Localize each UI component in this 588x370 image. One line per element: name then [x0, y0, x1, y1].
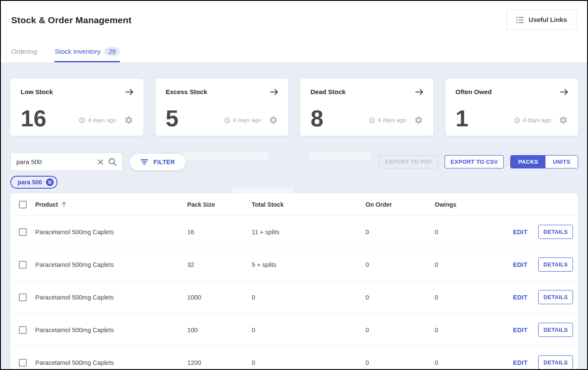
arrow-forward-icon[interactable] [125, 87, 134, 97]
column-header-total-stock: Total Stock [252, 201, 366, 208]
cell-product: Paracetamol 500mg Caplets [35, 294, 187, 301]
useful-links-button[interactable]: Useful Links [506, 9, 576, 30]
active-filters: para 500 [10, 176, 578, 189]
table-toolbar: FILTER EXPORT TO PDF EXPORT TO CSV PACKS… [10, 153, 578, 171]
tab-stock-inventory[interactable]: Stock Inventory 29 [55, 47, 119, 62]
filter-chip-label: para 500 [18, 179, 42, 186]
card-title: Low Stock [21, 88, 133, 95]
clock-icon [514, 117, 520, 123]
app-window: Stock & Order Management Useful Links Or… [0, 0, 588, 370]
gear-icon[interactable] [269, 116, 278, 125]
gear-icon[interactable] [124, 116, 133, 125]
card-title: Often Owed [456, 88, 568, 95]
cell-product: Paracetamol 500mg Caplets [35, 229, 187, 235]
export-csv-button[interactable]: EXPORT TO CSV [445, 155, 504, 168]
table-row: Paracetamol 500mg Caplets 100 0 0 0 EDIT… [10, 314, 578, 346]
clock-icon [369, 117, 375, 123]
card-often-owed: Often Owed 1 4 days ago [445, 79, 579, 136]
main-content: Low Stock 16 4 days ago [1, 62, 587, 370]
edit-button[interactable]: EDIT [513, 294, 527, 301]
gear-icon[interactable] [559, 116, 568, 125]
cell-pack-size: 1000 [187, 294, 252, 301]
page-header: Stock & Order Management Useful Links Or… [1, 1, 587, 62]
card-updated-text: 4 days ago [523, 117, 551, 123]
details-button[interactable]: DETAILS [538, 225, 573, 239]
tab-stock-inventory-label: Stock Inventory [55, 48, 101, 55]
search-input[interactable] [16, 158, 93, 165]
stock-table: Product Pack Size Total Stock On Order O… [10, 193, 578, 370]
edit-button[interactable]: EDIT [513, 261, 527, 268]
table-header-row: Product Pack Size Total Stock On Order O… [10, 193, 578, 216]
row-checkbox[interactable] [19, 359, 27, 367]
cell-owings: 0 [435, 327, 511, 333]
card-excess-stock: Excess Stock 5 4 days ago [155, 79, 289, 136]
arrow-forward-icon[interactable] [414, 87, 424, 97]
row-checkbox[interactable] [19, 326, 27, 334]
card-low-stock: Low Stock 16 4 days ago [10, 79, 143, 136]
card-updated-text: 4 days ago [233, 117, 261, 123]
filter-chip: para 500 [10, 176, 58, 189]
table-row: Paracetamol 500mg Caplets 1200 0 0 0 EDI… [10, 346, 578, 370]
gear-icon[interactable] [414, 116, 423, 125]
tab-bar: Ordering Stock Inventory 29 [11, 47, 120, 62]
details-button[interactable]: DETAILS [538, 355, 573, 370]
cell-total-stock: 11 + splits [252, 229, 366, 235]
cell-owings: 0 [435, 294, 511, 301]
sort-ascending-icon [61, 201, 67, 208]
cell-product: Paracetamol 500mg Caplets [35, 261, 187, 268]
edit-button[interactable]: EDIT [513, 327, 527, 333]
select-all-checkbox[interactable] [19, 201, 27, 208]
cell-total-stock: 0 [252, 294, 366, 301]
clock-icon [79, 117, 85, 123]
details-button[interactable]: DETAILS [538, 257, 573, 272]
column-header-product[interactable]: Product [35, 201, 187, 208]
details-button[interactable]: DETAILS [538, 290, 573, 304]
card-value: 1 [456, 107, 469, 130]
cell-pack-size: 100 [187, 327, 252, 333]
filter-button[interactable]: FILTER [130, 154, 186, 170]
clear-search-icon[interactable] [97, 159, 104, 165]
filter-icon [140, 159, 148, 165]
edit-button[interactable]: EDIT [513, 229, 527, 235]
packs-toggle-button[interactable]: PACKS [511, 156, 545, 168]
clock-icon [224, 117, 230, 123]
tab-ordering-label: Ordering [11, 48, 37, 55]
stock-inventory-count-badge: 29 [104, 47, 120, 56]
cell-total-stock: 5 + splits [252, 261, 366, 268]
column-header-owings: Owings [435, 201, 511, 208]
search-icon[interactable] [108, 158, 116, 166]
row-checkbox[interactable] [19, 228, 27, 236]
cell-owings: 0 [435, 229, 511, 235]
cell-pack-size: 1200 [187, 359, 252, 366]
cell-pack-size: 32 [187, 261, 252, 268]
card-value: 5 [166, 107, 179, 130]
cell-total-stock: 0 [252, 327, 366, 333]
cell-product: Paracetamol 500mg Caplets [35, 327, 187, 333]
tab-ordering[interactable]: Ordering [11, 47, 37, 62]
arrow-forward-icon[interactable] [559, 87, 569, 97]
cell-on-order: 0 [366, 294, 435, 301]
cell-total-stock: 0 [252, 359, 366, 366]
row-checkbox[interactable] [19, 261, 27, 269]
filter-button-label: FILTER [153, 159, 175, 165]
useful-links-label: Useful Links [529, 16, 567, 23]
arrow-forward-icon[interactable] [269, 87, 279, 97]
card-dead-stock: Dead Stock 8 4 days ago [300, 79, 433, 136]
remove-filter-icon[interactable] [46, 178, 54, 186]
details-button[interactable]: DETAILS [538, 323, 573, 337]
packs-units-toggle: PACKS UNITS [510, 155, 578, 168]
table-row: Paracetamol 500mg Caplets 32 5 + splits … [10, 248, 578, 281]
search-box [10, 153, 122, 171]
cell-on-order: 0 [366, 229, 435, 235]
units-toggle-button[interactable]: UNITS [545, 156, 578, 168]
card-updated-text: 4 days ago [378, 117, 406, 123]
column-header-label: Product [35, 201, 58, 208]
card-value: 16 [21, 107, 46, 130]
cell-on-order: 0 [366, 261, 435, 268]
edit-button[interactable]: EDIT [513, 359, 527, 366]
export-pdf-button[interactable]: EXPORT TO PDF [379, 155, 438, 168]
cell-product: Paracetamol 500mg Caplets [35, 359, 187, 366]
card-title: Excess Stock [166, 88, 278, 95]
table-row: Paracetamol 500mg Caplets 1000 0 0 0 EDI… [10, 281, 578, 314]
row-checkbox[interactable] [19, 294, 27, 301]
